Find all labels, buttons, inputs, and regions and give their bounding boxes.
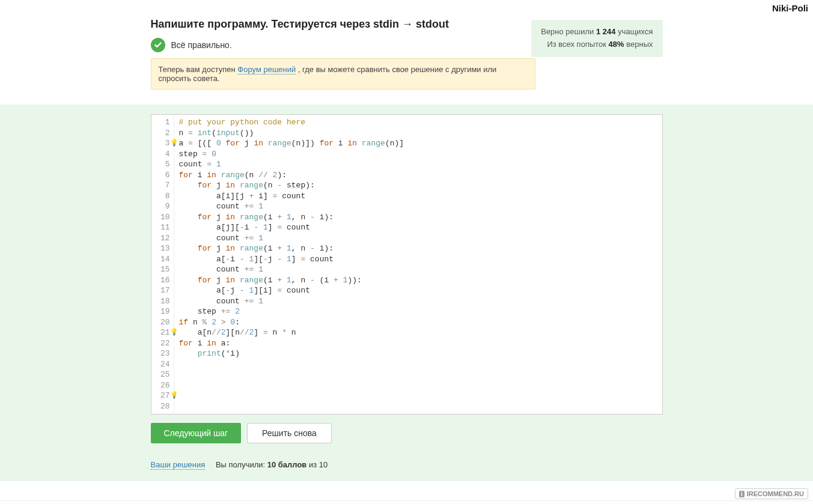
score-suffix: из 10 xyxy=(306,460,327,469)
stats-box: Верно решили 1 244 учащихся Из всех попы… xyxy=(531,20,662,57)
line-gutter: 123💡456789101112131415161718192021💡22232… xyxy=(151,115,174,414)
line-number: 1 xyxy=(151,117,170,128)
line-number: 14 xyxy=(151,254,170,265)
score-prefix: Вы получили: xyxy=(216,460,267,469)
code-editor[interactable]: 123💡456789101112131415161718192021💡22232… xyxy=(151,114,663,414)
line-number: 5 xyxy=(151,159,170,170)
your-solutions-link[interactable]: Ваши решения xyxy=(151,460,206,470)
stats-attempts-pct: 48% xyxy=(609,40,624,49)
line-number: 8 xyxy=(151,191,170,202)
line-number: 28 xyxy=(151,401,170,412)
line-number: 4 xyxy=(151,149,170,160)
correct-label: Всё правильно. xyxy=(171,40,232,50)
notice-prefix: Теперь вам доступен xyxy=(159,65,238,74)
line-number: 2 xyxy=(151,128,170,139)
line-number: 20 xyxy=(151,317,170,328)
line-number: 19 xyxy=(151,306,170,317)
line-number: 26 xyxy=(151,380,170,391)
line-number: 13 xyxy=(151,243,170,254)
lightbulb-icon[interactable]: 💡 xyxy=(170,390,177,401)
line-number: 27💡 xyxy=(151,390,170,401)
forum-notice: Теперь вам доступен Форум решений , где … xyxy=(151,58,535,90)
line-number: 24 xyxy=(151,359,170,370)
info-icon: i xyxy=(739,491,744,497)
stats-solved-prefix: Верно решили xyxy=(541,27,596,36)
line-number: 18 xyxy=(151,296,170,307)
stats-attempts-prefix: Из всех попыток xyxy=(547,40,608,49)
lightbulb-icon[interactable]: 💡 xyxy=(170,327,177,338)
lightbulb-icon[interactable]: 💡 xyxy=(170,138,177,149)
check-icon xyxy=(151,38,165,52)
line-number: 25 xyxy=(151,369,170,380)
stats-solved-count: 1 244 xyxy=(596,27,616,36)
next-step-button[interactable]: Следующий шаг xyxy=(151,423,242,443)
line-number: 12 xyxy=(151,233,170,244)
line-number: 15 xyxy=(151,264,170,275)
line-number: 10 xyxy=(151,212,170,223)
line-number: 6 xyxy=(151,170,170,181)
line-number: 11 xyxy=(151,222,170,233)
line-number: 3💡 xyxy=(151,138,170,149)
stats-attempts-suffix: верных xyxy=(624,40,653,49)
stats-solved-suffix: учащихся xyxy=(616,27,653,36)
line-number: 9 xyxy=(151,201,170,212)
watermark: i IRECOMMEND.RU xyxy=(735,488,808,499)
code-area[interactable]: # put your python code here n = int(inpu… xyxy=(174,115,662,414)
line-number: 23 xyxy=(151,348,170,359)
line-number: 7 xyxy=(151,180,170,191)
solve-again-button[interactable]: Решить снова xyxy=(247,423,332,443)
watermark-text: IRECOMMEND.RU xyxy=(747,490,804,497)
line-number: 21💡 xyxy=(151,327,170,338)
score-points: 10 баллов xyxy=(267,460,307,469)
line-number: 17 xyxy=(151,285,170,296)
line-number: 22 xyxy=(151,338,170,349)
forum-link[interactable]: Форум решений xyxy=(237,65,296,74)
user-name[interactable]: Niki-Poli xyxy=(772,3,808,13)
line-number: 16 xyxy=(151,275,170,286)
